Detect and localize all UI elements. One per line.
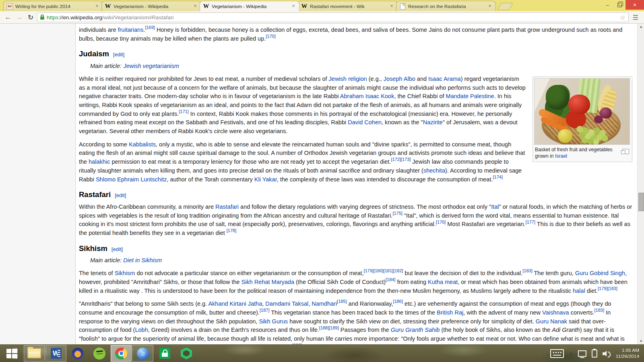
wiki-link[interactable]: Ital <box>491 204 499 210</box>
wiki-link[interactable]: Mandate Palestine <box>446 93 494 99</box>
tab-close-icon[interactable]: × <box>192 4 198 9</box>
taskbar-audacity-button[interactable] <box>67 345 88 362</box>
minimize-button[interactable]: – <box>601 0 613 10</box>
wiki-link[interactable]: shechita <box>423 167 445 174</box>
close-button[interactable]: × <box>625 0 644 10</box>
thumbnail-caption: Basket of fresh fruit and vegetables gro… <box>535 147 613 159</box>
wiki-link[interactable]: Guru Gobind Singh <box>575 270 625 276</box>
wiki-link[interactable]: Diet in Sikhism <box>123 257 162 263</box>
wiki-link[interactable]: Nazirite <box>423 119 443 125</box>
reference-link[interactable]: [188][189] <box>319 325 339 330</box>
tab-rastafari-movement[interactable]: W Rastafari movement - Wik × <box>298 1 398 11</box>
sikhism-paragraph-2: "Amritdharis" that belong to some Sikh s… <box>79 300 632 344</box>
wiki-link[interactable]: Rastafari <box>215 204 239 210</box>
taskbar-hexagon-app-button[interactable] <box>176 345 197 362</box>
reference-link[interactable]: [183] <box>522 268 532 273</box>
fruit-basket-image[interactable] <box>534 78 630 145</box>
wiki-link[interactable]: Joseph Albo <box>384 76 415 82</box>
reference-link[interactable]: [179][180][181][182] <box>364 268 403 273</box>
back-button[interactable]: ← <box>3 12 13 22</box>
scroll-up-icon[interactable]: ▲ <box>638 24 644 30</box>
scrollbar[interactable]: ▲ ▼ <box>637 24 644 344</box>
bookmark-star-icon[interactable]: ☆ <box>619 14 627 21</box>
wiki-link[interactable]: Abraham Isaac Kook <box>340 93 394 99</box>
tab-close-icon[interactable]: × <box>291 4 296 9</box>
wiki-link[interactable]: Isaac Arama <box>428 76 461 82</box>
document-favicon-icon <box>399 3 406 10</box>
network-icon[interactable] <box>578 350 586 357</box>
restore-button[interactable] <box>613 0 625 10</box>
wiki-link[interactable]: fruitarians <box>118 27 144 33</box>
wiki-link[interactable]: Jewish religion <box>329 76 367 82</box>
wiki-link[interactable]: Israel <box>555 153 567 159</box>
scroll-down-icon[interactable]: ▼ <box>638 338 644 344</box>
wiki-link[interactable]: Kabbalists <box>129 141 156 148</box>
reference-link[interactable]: [169] <box>145 25 155 30</box>
reference-link[interactable]: [185] <box>337 299 347 304</box>
taskbar-clock[interactable]: 1:05 AM 11/26/2014 <box>616 348 639 360</box>
reference-link[interactable]: [186] <box>393 299 403 304</box>
volume-icon[interactable] <box>603 350 611 357</box>
taskbar-chrome-button[interactable] <box>111 345 132 362</box>
reference-link[interactable]: [170] <box>266 34 275 39</box>
reference-link[interactable]: [175] <box>392 211 402 216</box>
touch-keyboard-icon[interactable] <box>550 349 564 358</box>
wiki-link[interactable]: Vaishnava <box>542 309 569 316</box>
show-hidden-icons-icon[interactable]: ▲ <box>569 352 573 356</box>
wiki-link[interactable]: Akhand Kirtani Jatha <box>208 300 262 307</box>
taskbar-file-explorer-button[interactable] <box>24 345 45 362</box>
secure-lock-icon[interactable] <box>40 16 44 20</box>
wiki-link[interactable]: Kutha meat <box>428 279 458 285</box>
battery-icon[interactable] <box>592 350 597 358</box>
tab-vegetarianism-1[interactable]: W Vegetarianism - Wikipedia × <box>101 1 201 11</box>
reference-link[interactable]: [176] <box>436 220 446 224</box>
taskbar-spotify-button[interactable] <box>89 345 110 362</box>
reference-link[interactable]: [174] <box>493 175 502 179</box>
address-bar[interactable]: https://en.wikipedia.org/wiki/Vegetarian… <box>37 12 629 22</box>
taskbar-windows-store-button[interactable] <box>154 345 175 362</box>
taskbar-itunes-button[interactable]: ♫ <box>132 345 153 362</box>
tab-close-icon[interactable]: × <box>389 4 394 9</box>
forward-button[interactable]: → <box>14 12 24 22</box>
edit-link[interactable]: [edit] <box>113 51 124 58</box>
reference-link[interactable]: [184] <box>386 277 395 282</box>
wiki-link[interactable]: British Raj <box>437 309 463 316</box>
wiki-link[interactable]: Sikh Gurus <box>259 318 288 325</box>
taskbar-word-button[interactable]: W <box>45 345 66 362</box>
wiki-link[interactable]: Shlomo Ephraim Luntschitz <box>96 176 167 183</box>
scrollbar-thumb[interactable] <box>638 193 644 211</box>
wiki-link[interactable]: Lobh <box>135 327 148 333</box>
menu-icon[interactable]: ☰ <box>630 12 641 22</box>
tab-vegetarianism-active[interactable]: W Vegetarianism - Wikipedia × <box>200 1 299 11</box>
tab-title: Vegetarianism - Wikipedia <box>212 4 288 9</box>
refresh-button[interactable]: ↻ <box>26 12 35 22</box>
reference-link[interactable]: [172][173] <box>391 157 411 162</box>
wiki-link[interactable]: David Cohen <box>348 119 382 125</box>
wiki-link[interactable]: Damdami Taksal <box>265 300 308 307</box>
tab-research-document[interactable]: Research on the Rastafaria × <box>396 1 496 11</box>
reference-link[interactable]: [171] <box>179 109 188 114</box>
reference-link[interactable]: [178] <box>227 228 236 233</box>
edit-link[interactable]: [edit] <box>111 246 123 252</box>
wiki-link[interactable]: Namdhari <box>312 300 337 307</box>
reference-link[interactable]: [187] <box>260 308 269 313</box>
wiki-link[interactable]: Guru Nanak <box>536 318 567 325</box>
wiki-link[interactable]: Sikhism <box>115 270 135 276</box>
new-tab-button[interactable] <box>497 3 513 10</box>
wiki-link[interactable]: halal <box>573 288 585 294</box>
wiki-link[interactable]: Guru Granth Sahib <box>391 327 440 333</box>
reference-link[interactable]: [183] <box>594 308 604 313</box>
wiki-link[interactable]: Jewish vegetarianism <box>123 63 179 69</box>
av-favicon-icon: AV <box>6 3 13 10</box>
start-button[interactable] <box>0 345 23 362</box>
reference-link[interactable]: [179][183] <box>598 286 617 291</box>
tab-close-icon[interactable]: × <box>487 4 493 9</box>
tab-close-icon[interactable]: × <box>94 4 100 9</box>
edit-link[interactable]: [edit] <box>115 192 126 198</box>
wiki-link[interactable]: halakhic <box>89 158 110 165</box>
wiki-link[interactable]: Sikh Rehat Maryada <box>242 279 294 285</box>
wiki-link[interactable]: Kli Yakar <box>254 176 277 183</box>
magnify-icon[interactable] <box>622 149 629 154</box>
tab-writing-for-the-public[interactable]: AV Writing for the public 2014 × <box>3 1 103 11</box>
reference-link[interactable]: [177] <box>526 220 535 224</box>
